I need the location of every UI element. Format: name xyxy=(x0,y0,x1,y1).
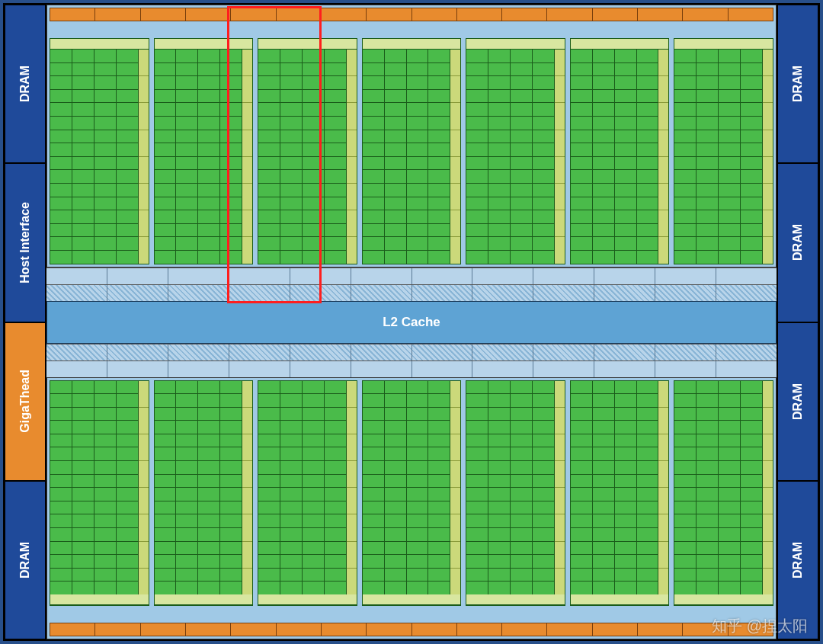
left-side-column: DRAMHost InterfaceGigaTheadDRAM xyxy=(5,5,46,639)
sm-cores xyxy=(466,381,554,595)
sm-cache xyxy=(138,50,149,264)
gigathread-label: GigaThead xyxy=(18,370,32,433)
sm-block xyxy=(674,380,773,607)
sm-block xyxy=(154,380,254,607)
sm-body xyxy=(674,381,773,595)
sm-cores xyxy=(258,381,346,595)
sm-block xyxy=(258,380,357,607)
dram-r3: DRAM xyxy=(777,322,818,481)
sm-header xyxy=(155,594,253,605)
sm-header xyxy=(571,39,669,50)
sm-block xyxy=(50,38,149,264)
sm-cache xyxy=(450,50,460,264)
dram-r4-label: DRAM xyxy=(791,542,805,578)
sm-cores xyxy=(50,50,138,264)
dram-top-left: DRAM xyxy=(5,5,46,163)
l2-cache: L2 Cache xyxy=(46,301,777,344)
sm-body xyxy=(363,381,461,595)
raster-engine xyxy=(50,623,773,636)
gigathread: GigaThead xyxy=(5,322,46,481)
sm-cache xyxy=(346,50,357,264)
sm-body xyxy=(155,381,253,595)
sm-body xyxy=(674,50,773,264)
sm-header xyxy=(466,594,565,605)
sm-cache xyxy=(658,50,668,264)
sm-area xyxy=(50,38,773,264)
sm-cores xyxy=(363,50,450,264)
crossbar-bottom-hatched xyxy=(46,344,777,360)
dram-bottom-left-label: DRAM xyxy=(18,542,32,578)
dram-r2: DRAM xyxy=(777,163,818,322)
gpc-bottom xyxy=(46,377,777,640)
sm-cores xyxy=(258,50,346,264)
sm-block xyxy=(466,38,565,264)
sm-cache xyxy=(346,381,357,595)
right-side-column: DRAMDRAMDRAMDRAM xyxy=(777,5,818,639)
sm-block xyxy=(570,38,670,264)
sm-header xyxy=(50,594,149,605)
center-column: L2 Cache xyxy=(46,5,777,639)
sm-cores xyxy=(571,381,658,595)
sm-block xyxy=(50,380,149,607)
sm-block xyxy=(258,38,357,264)
sm-block xyxy=(674,38,773,264)
sm-cache xyxy=(658,381,668,595)
sm-body xyxy=(571,50,669,264)
sm-block xyxy=(362,38,462,264)
sm-cache xyxy=(450,381,460,595)
sm-cores xyxy=(155,50,242,264)
sm-body xyxy=(363,50,461,264)
sm-header xyxy=(50,39,149,50)
sm-cores xyxy=(155,381,242,595)
sm-body xyxy=(571,381,669,595)
sm-cores xyxy=(363,381,450,595)
gpc-spacer xyxy=(50,24,773,36)
dram-r4: DRAM xyxy=(777,481,818,639)
crossbar-top-hatched xyxy=(46,284,777,301)
sm-header xyxy=(674,39,773,50)
sm-header xyxy=(155,39,253,50)
sm-block xyxy=(154,38,254,264)
sm-cache xyxy=(138,381,149,595)
sm-block xyxy=(570,380,670,607)
sm-body xyxy=(258,381,357,595)
gpc-top xyxy=(46,5,777,268)
sm-cores xyxy=(571,50,658,264)
dram-top-left-label: DRAM xyxy=(18,66,32,102)
sm-cores xyxy=(50,381,138,595)
sm-cache xyxy=(242,381,252,595)
sm-header xyxy=(674,594,773,605)
sm-body xyxy=(258,50,357,264)
sm-cache xyxy=(762,50,773,264)
sm-body xyxy=(50,381,149,595)
sm-block xyxy=(466,380,565,607)
sm-header xyxy=(363,39,461,50)
sm-cores xyxy=(674,381,762,595)
sm-cache xyxy=(762,381,773,595)
sm-cores xyxy=(674,50,762,264)
dram-r1-label: DRAM xyxy=(791,66,805,102)
dram-r1: DRAM xyxy=(777,5,818,163)
sm-header xyxy=(258,594,357,605)
sm-cache xyxy=(242,50,252,264)
sm-header xyxy=(571,594,669,605)
sm-cache xyxy=(554,50,565,264)
sm-body xyxy=(50,50,149,264)
sm-cores xyxy=(466,50,554,264)
host-interface-label: Host Interface xyxy=(18,202,32,284)
gpu-chip-diagram: DRAMHost InterfaceGigaTheadDRAM L2 Cache… xyxy=(3,3,820,641)
sm-body xyxy=(466,381,565,595)
sm-header xyxy=(363,594,461,605)
sm-header xyxy=(466,39,565,50)
sm-header xyxy=(258,39,357,50)
sm-area xyxy=(50,380,773,607)
sm-cache xyxy=(554,381,565,595)
gpc-spacer xyxy=(50,608,773,620)
crossbar-bottom xyxy=(46,360,777,377)
raster-engine xyxy=(50,8,773,21)
crossbar-top xyxy=(46,268,777,284)
dram-r2-label: DRAM xyxy=(791,224,805,261)
host-interface: Host Interface xyxy=(5,163,46,322)
sm-body xyxy=(155,50,253,264)
sm-body xyxy=(466,50,565,264)
